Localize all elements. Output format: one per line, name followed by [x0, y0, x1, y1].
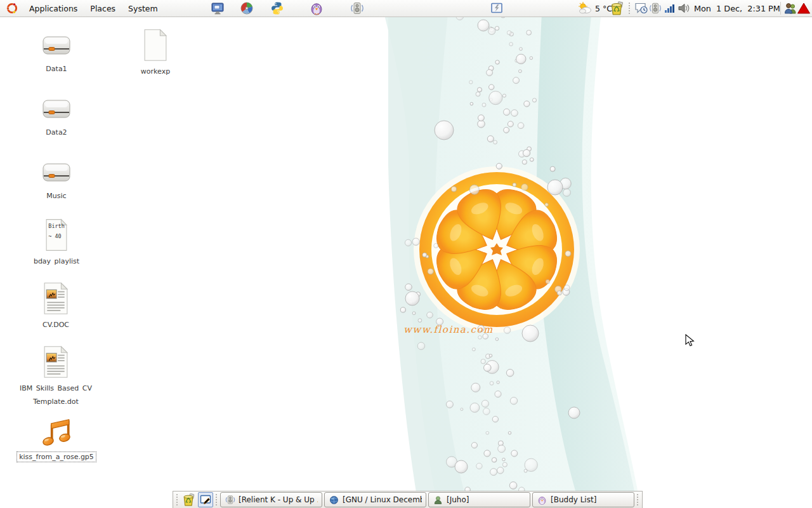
icon-label: kiss_from_a_rose.gp5 — [16, 451, 96, 462]
menu-system[interactable]: System — [122, 0, 164, 17]
music-player-window-icon — [225, 495, 235, 505]
icon-label: Data2 — [46, 126, 67, 139]
taskbar-drag-handle[interactable] — [636, 493, 639, 506]
show-desktop-button[interactable] — [198, 492, 213, 507]
taskbar-trash-icon[interactable] — [181, 492, 196, 507]
taskbar-window-relient-k[interactable]: [Relient K - Up & Up ... — [220, 492, 322, 507]
pidgin-launcher-icon[interactable] — [309, 1, 324, 16]
window-title: [GNU / Linux Decemb... — [343, 495, 422, 504]
screenshot-app-launcher-icon[interactable] — [489, 1, 504, 16]
taskbar-window-gnu-linux[interactable]: [GNU / Linux Decemb... — [324, 492, 426, 507]
icon-label: Data1 — [46, 62, 67, 76]
desktop-icon-cv-doc[interactable]: CV.DOC — [16, 281, 95, 331]
icon-label: workexp — [141, 65, 170, 78]
drive-icon — [41, 32, 72, 60]
document-icon — [143, 28, 167, 62]
icon-label: Music — [46, 189, 66, 203]
window-title: [Juho] — [447, 495, 469, 504]
panel-separator — [780, 2, 781, 15]
music-tray-icon[interactable] — [648, 1, 663, 16]
menu-applications[interactable]: Applications — [23, 0, 84, 17]
buddy-avatar-window-icon — [433, 495, 443, 505]
globe-window-icon — [329, 495, 339, 505]
word-document-icon — [43, 345, 69, 379]
desktop-icon-data2[interactable]: Data2 — [17, 95, 96, 139]
desktop-icon-data1[interactable]: Data1 — [17, 32, 96, 76]
chat-status-tray-icon[interactable] — [634, 1, 649, 16]
network-signal-icon[interactable] — [662, 1, 678, 16]
window-title: [Buddy List] — [551, 495, 596, 504]
update-warning-icon[interactable] — [796, 1, 811, 16]
icon-label: bday playlist — [34, 255, 79, 268]
music-note-icon — [39, 416, 74, 449]
menu-places[interactable]: Places — [84, 0, 122, 17]
taskbar-drag-handle[interactable] — [176, 493, 179, 506]
mouse-cursor — [685, 334, 697, 349]
bottom-taskbar: [Relient K - Up & Up ... [GNU / Linux De… — [173, 491, 643, 508]
taskbar-window-juho[interactable]: [Juho] — [428, 492, 530, 507]
panel-drag-handle[interactable] — [628, 2, 631, 15]
file-preview-line2: ~ 40 — [48, 233, 61, 239]
window-title: [Relient K - Up & Up ... — [239, 495, 318, 504]
icon-label: IBM Skills Based CV Template.dot — [16, 382, 95, 408]
terminal-server-launcher-icon[interactable] — [210, 1, 225, 16]
desktop-icon-music[interactable]: Music — [17, 159, 96, 203]
trash-applet-icon[interactable] — [609, 1, 624, 16]
file-preview-line1: Birth — [48, 223, 64, 229]
python-launcher-icon[interactable] — [270, 1, 285, 16]
taskbar-drag-handle[interactable] — [215, 493, 218, 506]
desktop-icon-kiss-from-a-rose[interactable]: kiss_from_a_rose.gp5 — [17, 416, 96, 462]
desktop-icon-bday-playlist[interactable]: Birth ~ 40 bday playlist — [17, 218, 96, 268]
wallpaper-watermark: www.floina.com — [403, 324, 494, 335]
desktop-icon-workexp[interactable]: workexp — [116, 28, 195, 78]
taskbar-window-buddy-list[interactable]: [Buddy List] — [532, 492, 634, 507]
top-panel: Applications Places System — [0, 0, 812, 17]
icon-label: CV.DOC — [43, 318, 69, 331]
desktop-icon-ibm-cv-template[interactable]: IBM Skills Based CV Template.dot — [16, 345, 95, 408]
text-file-icon: Birth ~ 40 — [45, 218, 68, 252]
pidgin-window-icon — [537, 495, 547, 505]
weather-icon[interactable] — [577, 1, 593, 16]
drive-icon — [41, 95, 72, 123]
color-wheel-launcher-icon[interactable] — [239, 1, 254, 16]
panel-clock[interactable]: Mon 1 Dec, 2:31 PM — [694, 0, 780, 17]
word-document-icon — [43, 281, 69, 316]
volume-icon[interactable] — [676, 1, 691, 16]
music-player-launcher-icon[interactable] — [350, 1, 365, 16]
drive-icon — [41, 159, 72, 187]
ubuntu-logo-icon[interactable] — [5, 1, 19, 15]
